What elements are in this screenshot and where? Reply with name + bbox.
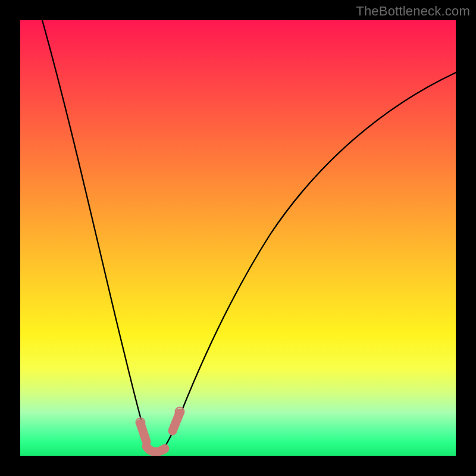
curve-overlay xyxy=(20,20,456,456)
watermark-text: TheBottleneck.com xyxy=(356,4,470,19)
plot-area xyxy=(20,20,456,456)
highlight-markers xyxy=(140,411,180,452)
svg-point-0 xyxy=(140,422,141,423)
chart-frame: TheBottleneck.com xyxy=(0,0,476,476)
svg-point-1 xyxy=(179,411,180,412)
bottleneck-curve-path xyxy=(42,20,456,453)
